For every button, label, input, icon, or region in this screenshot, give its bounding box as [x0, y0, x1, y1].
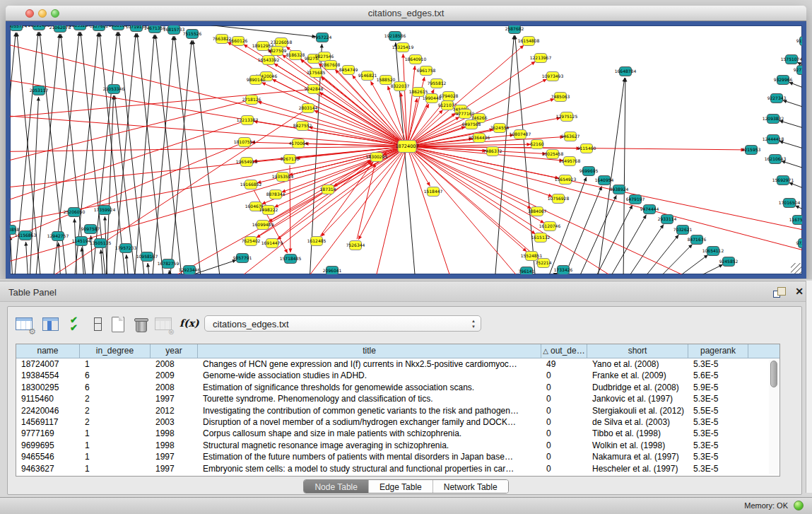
graph-node-label: 17016504 — [779, 200, 801, 205]
tab-network-table[interactable]: Network Table — [433, 480, 508, 493]
graph-node-label: 12213387 — [237, 117, 259, 122]
tab-edge-table[interactable]: Edge Table — [368, 480, 433, 493]
graph-edge — [625, 224, 664, 274]
table-row[interactable]: 946362711997Embryonic stem cells: a mode… — [16, 463, 779, 474]
table-row[interactable]: 1456911722003Disruption of a novel membe… — [16, 416, 779, 428]
graph-node-label: 19166852 — [240, 182, 262, 187]
table-cell: 5.5E-5 — [688, 405, 748, 416]
column-header-pagerank[interactable]: pagerank — [688, 344, 748, 358]
graph-edge — [671, 255, 708, 274]
graph-edge — [640, 235, 678, 274]
graph-node-label: 15751074 — [781, 57, 802, 62]
column-header-year[interactable]: year — [151, 344, 198, 358]
scrollbar-thumb[interactable] — [770, 361, 777, 387]
function-builder-icon[interactable]: f(x) — [177, 315, 197, 334]
graph-node-label: 16154808 — [518, 38, 540, 43]
window-title: citations_edges.txt — [6, 8, 806, 18]
graph-node-label: 18724007 — [395, 144, 418, 149]
table-cell: Embryonic stem cells: a model to study s… — [198, 463, 541, 474]
column-header-title[interactable]: title — [198, 344, 541, 358]
column-header-name[interactable]: name — [16, 344, 80, 358]
edge-arrowhead-icon — [415, 98, 418, 103]
graph-edge — [319, 93, 402, 144]
graph-edge — [106, 95, 114, 274]
float-panel-icon[interactable] — [772, 287, 785, 298]
table-row[interactable]: 1872400712008Changes of HCN gene express… — [16, 358, 779, 370]
table-cell: Franke et al. (2009) — [587, 370, 688, 381]
table-cell: Genome-wide association studies in ADHD. — [198, 370, 541, 381]
graph-edge — [233, 151, 402, 274]
table-cell: 2008 — [151, 382, 198, 393]
graph-node-label: 10756928 — [548, 196, 570, 201]
column-header-short[interactable]: short — [587, 344, 688, 358]
table-row[interactable]: 1938455462009Genome-wide association stu… — [16, 370, 779, 381]
graph-edge — [654, 244, 693, 274]
column-header-in_degree[interactable]: in_degree — [80, 344, 151, 358]
table-row[interactable]: 977716911998Corpus callosum shape and si… — [16, 428, 779, 439]
table-tabs: Node TableEdge TableNetwork Table — [303, 479, 508, 493]
table-settings-icon[interactable]: ⚙ — [15, 315, 35, 334]
graph-node-label: 7515526 — [183, 31, 202, 36]
graph-node-label: 16210643 — [765, 156, 787, 161]
edge-arrowhead-icon — [320, 44, 324, 48]
graph-node-label: 9146821 — [358, 73, 377, 78]
graph-edge — [320, 162, 373, 235]
table-row[interactable]: 946554611997Estimation of the future num… — [16, 451, 779, 462]
graph-edge — [152, 36, 173, 274]
graph-edge — [607, 215, 647, 274]
table-row[interactable]: 911546021997Tourette syndrome. Phenomeno… — [16, 393, 779, 404]
table-row[interactable]: 1830029562008Estimation of significance … — [16, 382, 779, 393]
delete-trash-icon[interactable] — [131, 315, 151, 334]
new-document-icon[interactable] — [108, 315, 128, 334]
table-cell: 9465546 — [16, 451, 80, 462]
column-settings-icon[interactable] — [40, 315, 60, 334]
graph-node-label: 1640954 — [595, 177, 614, 182]
graph-node-label: 6794028 — [440, 93, 459, 98]
graph-node-label: 8466160 — [109, 25, 128, 28]
select-functions-icon[interactable]: ✔ ✔ — [67, 315, 87, 334]
edge-arrowhead-icon — [704, 255, 708, 258]
table-cell: 1997 — [151, 451, 198, 462]
graph-node-label: 3175685 — [307, 70, 326, 75]
graph-node-label: 1167533 — [789, 217, 802, 222]
graph-edge — [411, 152, 430, 186]
network-table-select[interactable]: citations_edges.txt ▲▼ — [204, 315, 481, 332]
graph-node-label: 9660126 — [229, 38, 248, 43]
resize-grip-icon[interactable] — [791, 263, 801, 274]
graph-node-label: 9245852 — [719, 259, 739, 264]
table-panel: Table Panel ✕ ⚙✔ ✔⊗f(x) citations_edges.… — [0, 279, 812, 514]
graph-node-label: 9097587 — [81, 226, 100, 231]
table-row[interactable]: 2242004622012Investigating the contribut… — [16, 405, 779, 416]
close-panel-icon[interactable]: ✕ — [795, 286, 804, 297]
graph-node-label: 7485063 — [551, 94, 570, 99]
table-cell: 0 — [541, 370, 587, 381]
vertical-scrollbar[interactable] — [769, 359, 779, 474]
graph-node-label: 21053346 — [103, 86, 125, 91]
graph-edge — [10, 148, 401, 230]
tab-node-table[interactable]: Node Table — [304, 480, 368, 493]
graph-node-label: 10025458 — [542, 151, 564, 156]
table-cell: 2 — [80, 405, 151, 416]
edge-arrowhead-icon — [37, 97, 40, 101]
table-cell: 1997 — [151, 463, 198, 474]
graph-node-label: 20691406 — [28, 25, 50, 28]
table-cell: 22420046 — [16, 405, 80, 416]
graph-node-label: 25206050 — [64, 209, 86, 214]
edge-arrowhead-icon — [422, 77, 425, 81]
window-titlebar[interactable]: citations_edges.txt — [6, 6, 806, 21]
graph-edge — [686, 264, 723, 274]
table-row[interactable]: 969969511998Structural magnetic resonanc… — [16, 440, 779, 451]
graph-node-label: 13325419 — [392, 45, 414, 49]
network-canvas[interactable]: 2405572420691406210620781065328715276028… — [10, 25, 802, 274]
graph-node-label: 10973493 — [542, 74, 564, 78]
graph-edge — [412, 151, 539, 259]
graph-node-label: 8322037 — [391, 83, 410, 88]
vertical-cells-icon[interactable] — [87, 315, 107, 334]
column-header-out_de[interactable]: △out_de… — [541, 344, 587, 358]
graph-node-label: 7955812 — [428, 81, 447, 86]
table-cell: 1997 — [151, 393, 198, 404]
graph-node-label: 2587682 — [505, 26, 524, 31]
network-window: citations_edges.txt 24055724206914062106… — [6, 6, 806, 279]
table-cell: 9777169 — [16, 428, 80, 439]
table-cell: 2 — [80, 393, 151, 404]
